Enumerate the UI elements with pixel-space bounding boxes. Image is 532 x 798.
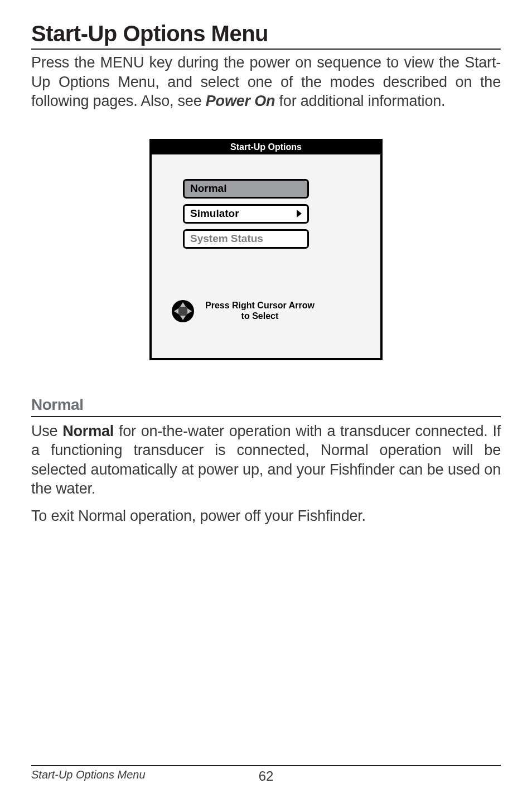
p2-normal-strong: Normal	[62, 423, 114, 439]
screen-titlebar: Start-Up Options	[152, 141, 380, 154]
option-normal-label: Normal	[190, 182, 226, 195]
option-system-status[interactable]: System Status	[183, 229, 309, 249]
normal-paragraph-1: Use Normal for on-the-water operation wi…	[31, 422, 501, 499]
hint-text: Press Right Cursor Arrow to Select	[205, 301, 315, 321]
normal-paragraph-2: To exit Normal operation, power off your…	[31, 506, 501, 526]
footer-page-number: 62	[259, 768, 274, 784]
intro-paragraph: Press the MENU key during the power on s…	[31, 53, 501, 111]
option-simulator-label: Simulator	[190, 207, 239, 220]
intro-power-on-ref: Power On	[206, 93, 275, 109]
section-heading-normal: Normal	[31, 396, 501, 414]
device-screenshot: Start-Up Options Normal Simulator System…	[31, 139, 501, 360]
hint-line-1: Press Right Cursor Arrow	[205, 301, 315, 311]
dpad-icon	[171, 299, 195, 323]
option-normal[interactable]: Normal	[183, 179, 309, 199]
device-screen: Start-Up Options Normal Simulator System…	[149, 139, 383, 360]
option-simulator[interactable]: Simulator	[183, 204, 309, 224]
intro-text-post: for additional information.	[275, 93, 445, 109]
option-system-status-label: System Status	[190, 233, 263, 245]
page-title: Start-Up Options Menu	[31, 21, 501, 46]
hint-row: Press Right Cursor Arrow to Select	[171, 299, 349, 323]
page-footer: Start-Up Options Menu 62	[31, 761, 501, 781]
svg-point-1	[177, 306, 188, 317]
footer-rule	[31, 765, 501, 766]
screen-body: Normal Simulator System Status	[152, 154, 380, 358]
p2-pre: Use	[31, 423, 62, 439]
hint-line-2: to Select	[205, 311, 315, 321]
footer-section-label: Start-Up Options Menu	[31, 768, 146, 781]
chevron-right-icon	[297, 210, 302, 217]
subhead-rule	[31, 416, 501, 417]
title-rule	[31, 49, 501, 50]
